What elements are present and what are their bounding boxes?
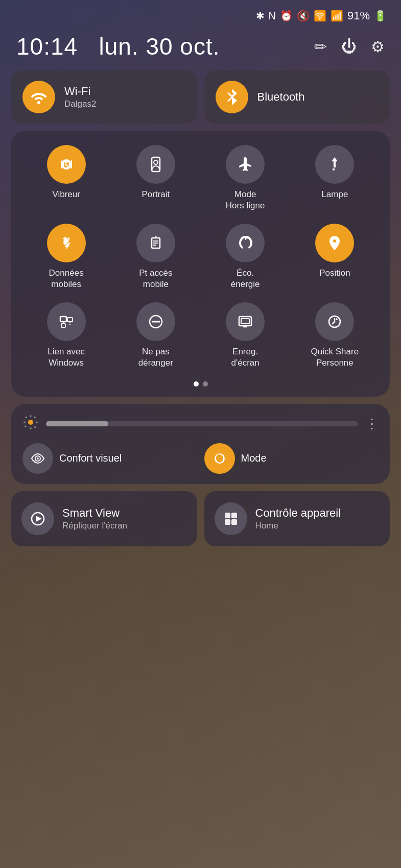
location-icon: [325, 234, 344, 252]
grid-item-quick-share[interactable]: Quick SharePersonne: [301, 302, 368, 369]
screen-record-icon: [236, 312, 254, 331]
wifi-text: Wi-Fi Dalgas2: [64, 85, 96, 109]
ne-pas-deranger-icon-circle: [136, 302, 175, 341]
comfort-visuel-item[interactable]: A Confort visuel: [22, 443, 197, 474]
settings-button[interactable]: ⚙: [371, 38, 385, 56]
brightness-svg: [22, 414, 39, 430]
smart-view-icon: [21, 502, 54, 535]
dot-1: [194, 381, 199, 387]
brightness-icon: [22, 414, 39, 434]
vibreur-icon: [57, 155, 76, 174]
svg-rect-25: [34, 426, 36, 428]
grid-panel: Vibreur Portrait ModeHors ligne: [11, 131, 390, 397]
quick-share-icon-circle: [315, 302, 354, 341]
portrait-icon-circle: [136, 145, 175, 184]
wifi-svg-icon: [30, 88, 48, 106]
svg-rect-9: [67, 318, 73, 322]
mode-nuit-icon: [204, 443, 235, 474]
svg-rect-26: [24, 425, 27, 427]
ne-pas-deranger-label: Ne pasdéranger: [138, 346, 173, 369]
edit-button[interactable]: ✏: [314, 38, 327, 56]
smart-view-title: Smart View: [62, 507, 127, 520]
quick-share-icon: [325, 312, 344, 331]
hotspot-icon: [147, 234, 165, 252]
eco-energie-icon-circle: [226, 224, 265, 262]
flashlight-icon: [325, 155, 344, 174]
bluetooth-title: Bluetooth: [257, 90, 305, 104]
bottom-tiles-row: Smart View Répliquer l'écran Contrôle ap…: [0, 491, 401, 546]
enreg-ecran-label: Enreg.d'écran: [231, 346, 260, 369]
time-display: 10:14: [16, 33, 78, 60]
mode-nuit-item[interactable]: Mode: [204, 443, 379, 474]
svg-rect-8: [61, 324, 65, 327]
svg-rect-22: [23, 421, 26, 423]
grid-item-portrait[interactable]: Portrait: [123, 145, 189, 211]
wifi-icon: 🛜: [314, 10, 326, 22]
power-button[interactable]: ⏻: [341, 38, 357, 55]
pt-acces-mobile-icon-circle: [136, 224, 175, 262]
smart-view-tile[interactable]: Smart View Répliquer l'écran: [11, 491, 197, 546]
grid-row-3: Lien avecWindows Ne pasdéranger: [21, 302, 380, 369]
portrait-label: Portrait: [141, 189, 170, 200]
grid-item-donnees-mobiles[interactable]: ⇅ Donnéesmobiles: [33, 224, 100, 290]
svg-rect-15: [241, 319, 249, 324]
grid-item-mode-hors-ligne[interactable]: ModeHors ligne: [212, 145, 278, 211]
header-row: 10:14 lun. 30 oct. ✏ ⏻ ⚙: [0, 27, 401, 70]
lien-windows-icon-circle: [47, 302, 86, 341]
eco-energie-label: Éco.énergie: [231, 268, 260, 290]
grid-item-lien-windows[interactable]: Lien avecWindows: [33, 302, 100, 369]
grid-item-position[interactable]: Position: [301, 224, 368, 290]
bluetooth-text: Bluetooth: [257, 90, 305, 104]
eye-icon: A: [30, 451, 45, 466]
grid-item-pt-acces-mobile[interactable]: Pt accèsmobile: [123, 224, 189, 290]
pt-acces-mobile-label: Pt accèsmobile: [139, 268, 172, 290]
moon-icon: [212, 451, 227, 466]
grid-row-1: Vibreur Portrait ModeHors ligne: [21, 145, 380, 211]
grid-item-enreg-ecran[interactable]: Enreg.d'écran: [212, 302, 278, 369]
dot-2: [203, 381, 208, 387]
lampe-icon-circle: [315, 145, 354, 184]
brightness-row: ⋮: [22, 414, 379, 434]
header-actions: ✏ ⏻ ⚙: [314, 38, 385, 56]
nfc-icon: N: [269, 10, 276, 22]
lien-windows-label: Lien avecWindows: [48, 346, 85, 369]
alarm-icon: ⏰: [280, 10, 293, 22]
wifi-toggle[interactable]: Wi-Fi Dalgas2: [11, 70, 197, 124]
grid-item-lampe[interactable]: Lampe: [301, 145, 368, 211]
dnd-icon: [147, 312, 165, 331]
svg-point-3: [154, 160, 158, 164]
smart-view-text: Smart View Répliquer l'écran: [62, 507, 127, 531]
smart-view-subtitle: Répliquer l'écran: [62, 521, 127, 531]
battery-icon: 🔋: [374, 10, 387, 22]
donnees-mobiles-label: Donnéesmobiles: [49, 268, 84, 290]
comfort-visuel-icon: A: [22, 443, 53, 474]
svg-point-29: [37, 457, 39, 460]
comfort-visuel-label: Confort visuel: [59, 452, 122, 464]
mode-hors-ligne-label: ModeHors ligne: [226, 189, 265, 211]
svg-rect-7: [60, 317, 66, 322]
windows-link-icon: [57, 312, 76, 331]
wifi-icon-circle: [22, 81, 55, 113]
page-dots: [21, 381, 380, 387]
svg-rect-33: [225, 513, 230, 518]
smart-view-svg: [30, 511, 46, 527]
brightness-more-button[interactable]: ⋮: [365, 416, 379, 432]
bluetooth-toggle[interactable]: Bluetooth: [204, 70, 390, 124]
svg-point-19: [28, 420, 33, 425]
svg-rect-23: [36, 421, 38, 423]
svg-rect-34: [231, 513, 237, 518]
comfort-row: A Confort visuel Mode: [22, 443, 379, 474]
controle-appareil-tile[interactable]: Contrôle appareil Home: [204, 491, 390, 546]
controle-appareil-title: Contrôle appareil: [255, 507, 341, 520]
lampe-label: Lampe: [321, 189, 348, 200]
mode-nuit-label: Mode: [241, 452, 267, 464]
grid-item-ne-pas-deranger[interactable]: Ne pasdéranger: [123, 302, 189, 369]
brightness-panel: ⋮ A Confort visuel Mode: [11, 404, 390, 484]
brightness-track[interactable]: [46, 421, 358, 426]
grid-item-eco-energie[interactable]: Éco.énergie: [212, 224, 278, 290]
grid-item-vibreur[interactable]: Vibreur: [33, 145, 100, 211]
svg-rect-24: [25, 416, 28, 418]
svg-marker-32: [36, 516, 42, 522]
eco-icon: [236, 234, 254, 252]
brightness-fill: [46, 421, 108, 426]
